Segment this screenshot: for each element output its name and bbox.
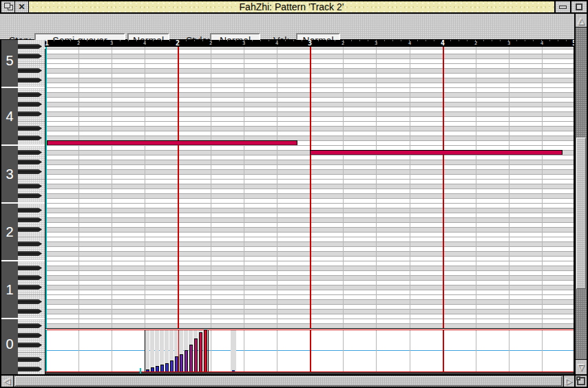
- black-key[interactable]: [18, 285, 42, 290]
- ruler-beat-number: 2: [77, 41, 80, 47]
- velocity-bar[interactable]: [199, 332, 202, 371]
- back-icon[interactable]: [1, 1, 14, 12]
- velocity-slot-empty[interactable]: [231, 330, 236, 371]
- scroll-left-icon[interactable]: ◁: [1, 376, 14, 387]
- note-grid[interactable]: [45, 47, 574, 328]
- lane-beat-gridline: [343, 330, 344, 371]
- velocity-bar[interactable]: [180, 354, 183, 371]
- horizontal-scrollbar[interactable]: ◁ ▷: [1, 376, 574, 387]
- scroll-right-icon[interactable]: ▷: [563, 376, 574, 387]
- velocity-bar[interactable]: [194, 338, 198, 371]
- ruler-beat-number: 4: [408, 41, 411, 47]
- black-key[interactable]: [18, 126, 42, 131]
- octave-divider: [1, 202, 45, 204]
- vscroll-track-bottom[interactable]: [576, 289, 587, 358]
- lane-beat-gridline: [78, 330, 79, 371]
- black-key[interactable]: [18, 217, 42, 222]
- velocity-bar[interactable]: [189, 345, 193, 371]
- bar-ruler[interactable]: 12345234234234234: [45, 40, 574, 47]
- toolbar: Step: Semi-quaver Normal Style: Normal V…: [0, 14, 574, 39]
- black-key[interactable]: [18, 343, 42, 347]
- white-key-divider: [18, 63, 45, 64]
- velocity-lane[interactable]: [45, 328, 574, 374]
- hscroll-thumb[interactable]: [15, 376, 562, 386]
- lane-beat-gridline: [277, 330, 277, 371]
- vscroll-thumb[interactable]: [576, 138, 586, 289]
- piano-keyboard[interactable]: [18, 40, 45, 374]
- black-key[interactable]: [18, 357, 42, 362]
- slot-region-right-border: [208, 330, 209, 371]
- black-key[interactable]: [18, 184, 42, 188]
- beat-gridline: [476, 47, 476, 328]
- velocity-slot: [155, 330, 159, 371]
- black-key[interactable]: [18, 227, 42, 232]
- vscroll-track-top[interactable]: [576, 28, 587, 138]
- beat-gridline: [145, 47, 145, 328]
- midi-note-C4[interactable]: [47, 140, 297, 145]
- black-key[interactable]: [18, 54, 42, 58]
- back-icon-front-square: [4, 3, 10, 8]
- black-key[interactable]: [18, 241, 42, 246]
- ruler-beat-number: 3: [507, 41, 510, 47]
- lane-beat-gridline: [112, 330, 112, 371]
- black-key[interactable]: [18, 309, 42, 314]
- black-key[interactable]: [18, 44, 42, 49]
- scroll-up-icon[interactable]: △: [576, 14, 587, 28]
- lane-beat-gridline: [476, 330, 476, 371]
- velocity-bar[interactable]: [156, 366, 159, 371]
- beat-gridline: [343, 47, 344, 328]
- black-key[interactable]: [18, 102, 42, 107]
- black-key[interactable]: [18, 323, 42, 328]
- lane-beat-gridline: [376, 330, 377, 371]
- toggle-size-square: [576, 3, 582, 10]
- black-key[interactable]: [18, 68, 42, 73]
- lane-insert-tick: [140, 368, 141, 374]
- iconise-icon[interactable]: [556, 1, 570, 12]
- ruler-beat-number: 2: [342, 41, 344, 47]
- black-key[interactable]: [18, 251, 42, 256]
- beat-gridline: [410, 47, 410, 328]
- white-key-divider: [18, 352, 45, 353]
- close-icon[interactable]: ✕: [15, 1, 28, 12]
- pattern-editor-window: ✕ FahZhi: Pattern 'Track 2' Step: Semi-q…: [0, 0, 588, 388]
- vertical-scrollbar[interactable]: △ ▽: [576, 14, 587, 374]
- black-key[interactable]: [18, 111, 42, 116]
- ruler-beat-number: 3: [375, 41, 377, 47]
- ruler-bar-number: 1: [45, 40, 49, 47]
- black-key[interactable]: [18, 160, 42, 164]
- edit-cursor-line[interactable]: [45, 47, 47, 328]
- velocity-bar[interactable]: [170, 360, 174, 371]
- black-key[interactable]: [18, 299, 42, 304]
- black-key[interactable]: [18, 266, 42, 270]
- black-key[interactable]: [18, 78, 42, 83]
- velocity-bar[interactable]: [204, 330, 207, 371]
- window-title[interactable]: FahZhi: Pattern 'Track 2': [29, 1, 554, 12]
- black-key[interactable]: [18, 169, 42, 174]
- lane-base: [45, 372, 574, 374]
- black-key[interactable]: [18, 367, 42, 371]
- beat-gridline: [211, 47, 211, 328]
- toggle-size-icon[interactable]: [571, 1, 587, 12]
- octave-divider: [1, 144, 45, 146]
- velocity-slot: [145, 330, 149, 371]
- black-key[interactable]: [18, 150, 42, 155]
- black-key[interactable]: [18, 333, 42, 338]
- velocity-bar[interactable]: [165, 363, 169, 371]
- black-key[interactable]: [18, 208, 42, 213]
- black-key[interactable]: [18, 275, 42, 280]
- octave-label-5: 5: [1, 53, 18, 69]
- lane-beat-gridline: [244, 330, 244, 371]
- beat-gridline: [376, 47, 377, 328]
- ruler-beat-number: 2: [209, 41, 212, 47]
- velocity-bar[interactable]: [185, 350, 188, 371]
- resize-handle-icon[interactable]: [576, 376, 587, 387]
- black-key[interactable]: [18, 193, 42, 198]
- octave-label-3: 3: [1, 166, 18, 182]
- lane-beat-gridline: [509, 330, 510, 371]
- black-key[interactable]: [18, 92, 42, 97]
- black-key[interactable]: [18, 136, 42, 140]
- midi-note-A#3[interactable]: [310, 150, 563, 155]
- scroll-down-icon[interactable]: ▽: [576, 359, 587, 374]
- velocity-bar[interactable]: [160, 365, 164, 371]
- velocity-bar[interactable]: [175, 356, 178, 371]
